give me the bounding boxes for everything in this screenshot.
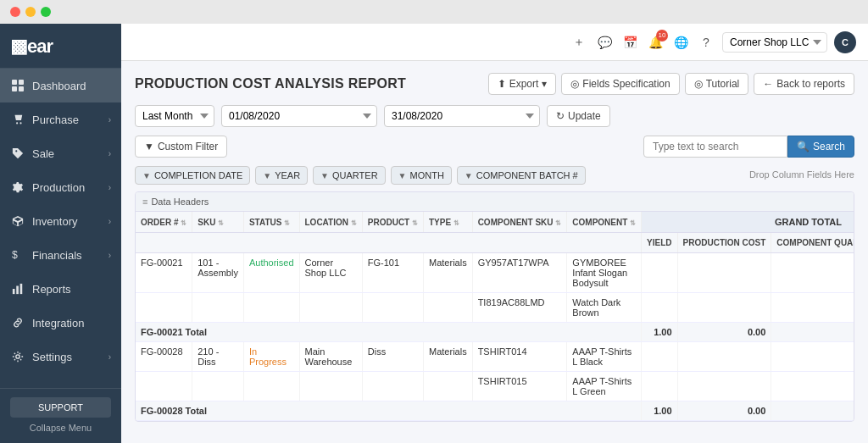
cell-comp-sku: GY957AT17WPA <box>472 253 567 293</box>
table-wrapper: ≡ Data Headers ORDER # ⇅ SKU ⇅ <box>135 191 854 422</box>
cell-location: Main Warehouse <box>299 342 362 372</box>
funnel-icon: ▼ <box>465 171 473 180</box>
search-label: Search <box>813 141 845 152</box>
cell-product: FG-101 <box>362 253 423 293</box>
calendar-icon[interactable]: 📅 <box>620 33 639 52</box>
chip-label: QUARTER <box>332 170 378 180</box>
search-button[interactable]: 🔍 Search <box>787 136 854 158</box>
col-order[interactable]: ORDER # ⇅ <box>136 212 192 233</box>
sidebar-item-production-label: Production <box>32 181 102 194</box>
sidebar-item-reports-label: Reports <box>32 283 111 296</box>
date-from-input[interactable] <box>221 105 377 127</box>
title-actions: ⬆ Export ▾ ◎ Fields Specification ◎ Tuto… <box>488 73 854 95</box>
cell-yield <box>642 293 677 323</box>
col-product[interactable]: PRODUCT ⇅ <box>362 212 423 233</box>
tutorial-button[interactable]: ◎ Tutorial <box>685 73 749 95</box>
top-header: ＋ 💬 📅 🔔 10 🌐 ? Corner Shop LLC C <box>121 24 868 61</box>
update-label: Update <box>568 110 601 122</box>
export-button[interactable]: ⬆ Export ▾ <box>488 73 557 95</box>
col-yield[interactable]: Yield <box>642 233 677 253</box>
fields-specification-button[interactable]: ◎ Fields Specification <box>561 73 679 95</box>
cell-prod-cost: 0.00 <box>677 401 771 421</box>
cell-comp-sku: TSHIRT015 <box>472 372 567 401</box>
period-select[interactable]: Last Month <box>135 105 214 127</box>
cell-sku: 101 - Assembly <box>192 253 244 293</box>
cell-product <box>362 293 423 323</box>
link-icon <box>10 315 25 330</box>
chat-icon[interactable]: 💬 <box>595 33 614 52</box>
group-chip-component-batch[interactable]: ▼ COMPONENT BATCH # <box>457 166 586 185</box>
maximize-button[interactable] <box>41 7 51 17</box>
col-component-qty[interactable]: Component Quantity <box>771 233 854 253</box>
sidebar-logo: ▩ear <box>0 24 121 69</box>
plus-icon[interactable]: ＋ <box>570 33 588 52</box>
back-to-reports-button[interactable]: ← Back to reports <box>754 73 854 95</box>
close-button[interactable] <box>10 7 20 17</box>
sidebar-item-sale[interactable]: Sale › <box>0 136 121 170</box>
support-button[interactable]: SUPPORT <box>10 397 111 418</box>
cell-status: Authorised <box>243 253 299 293</box>
globe-icon[interactable]: 🌐 <box>671 33 690 52</box>
help-icon[interactable]: ? <box>697 33 715 52</box>
cell-comp-qty: 1.00 <box>771 342 854 372</box>
page-title-row: PRODUCTION COST ANALYSIS REPORT ⬆ Export… <box>135 73 854 95</box>
cell-status: In Progress <box>243 342 299 372</box>
svg-point-5 <box>19 122 21 124</box>
sidebar-item-settings[interactable]: Settings › <box>0 340 121 374</box>
chevron-right-icon: › <box>108 149 111 158</box>
cell-comp-qty: 1.00 <box>771 293 854 323</box>
sidebar-item-production[interactable]: Production › <box>0 170 121 204</box>
search-input[interactable] <box>643 136 787 158</box>
col-status[interactable]: STATUS ⇅ <box>243 212 299 233</box>
col-type[interactable]: TYPE ⇅ <box>424 212 473 233</box>
group-chip-quarter[interactable]: ▼ QUARTER <box>313 166 386 185</box>
content-area: PRODUCTION COST ANALYSIS REPORT ⬆ Export… <box>121 61 868 443</box>
avatar: C <box>834 31 856 53</box>
date-to-input[interactable] <box>384 105 540 127</box>
col-component[interactable]: COMPONENT ⇅ <box>567 212 642 233</box>
svg-point-6 <box>15 150 17 152</box>
sidebar-item-purchase[interactable]: Purchase › <box>0 102 121 136</box>
data-headers-row: ≡ Data Headers <box>136 192 854 212</box>
group-chip-month[interactable]: ▼ MONTH <box>391 166 452 185</box>
cell-component: AAAP T-Shirts L Green <box>567 372 642 401</box>
update-button[interactable]: ↻ Update <box>547 105 610 127</box>
group-chip-year[interactable]: ▼ YEAR <box>255 166 308 185</box>
cart-icon <box>10 112 25 127</box>
cell-order <box>136 372 192 401</box>
page-title: PRODUCTION COST ANALYSIS REPORT <box>135 76 406 91</box>
col-sku[interactable]: SKU ⇅ <box>192 212 244 233</box>
cell-sku <box>192 372 244 401</box>
group-chip-completion-date[interactable]: ▼ COMPLETION DATE <box>135 166 250 185</box>
custom-filter-label: Custom Filter <box>158 141 218 152</box>
notification-badge: 10 <box>656 30 668 42</box>
cell-yield <box>642 253 677 293</box>
collapse-menu-link[interactable]: Collapse Menu <box>10 418 111 435</box>
sidebar-item-reports[interactable]: Reports <box>0 272 121 306</box>
cell-component: GYMBOREE Infant Slogan Bodysult <box>567 253 642 293</box>
chip-label: MONTH <box>410 170 444 180</box>
chevron-right-icon: › <box>108 183 111 192</box>
cell-comp-qty: 1.00 <box>771 372 854 401</box>
spacer-header <box>136 233 642 253</box>
sidebar-item-dashboard[interactable]: Dashboard <box>0 69 121 102</box>
sidebar-item-inventory[interactable]: Inventory › <box>0 204 121 238</box>
col-location[interactable]: LOCATION ⇅ <box>299 212 362 233</box>
data-headers-icon: ≡ <box>142 197 147 207</box>
sidebar-item-integration[interactable]: Integration <box>0 306 121 340</box>
sidebar-item-financials[interactable]: $ Financials › <box>0 238 121 272</box>
custom-filter-button[interactable]: ▼ Custom Filter <box>135 136 227 158</box>
cell-sku <box>192 293 244 323</box>
sidebar-item-financials-label: Financials <box>32 249 102 262</box>
search-icon: 🔍 <box>797 141 810 152</box>
svg-rect-3 <box>19 86 24 91</box>
bell-icon[interactable]: 🔔 10 <box>646 33 665 52</box>
table-row: TSHIRT015 AAAP T-Shirts L Green 1.00 15.… <box>136 372 854 401</box>
col-component-sku[interactable]: COMPONENT SKU ⇅ <box>472 212 567 233</box>
fields-label: Fields Specification <box>582 78 670 90</box>
col-production-cost[interactable]: Production Cost <box>677 233 771 253</box>
cell-type: Materials <box>424 342 473 372</box>
minimize-button[interactable] <box>25 7 36 17</box>
company-select[interactable]: Corner Shop LLC <box>722 32 827 53</box>
chevron-right-icon: › <box>108 115 111 125</box>
